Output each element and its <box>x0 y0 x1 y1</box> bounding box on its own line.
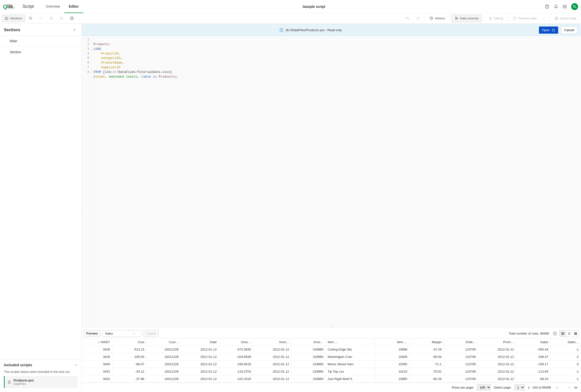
bell-icon[interactable] <box>554 4 558 9</box>
table-cell: -3 <box>550 361 581 368</box>
history-button[interactable]: History <box>427 15 448 22</box>
section-item-main[interactable]: Main <box>0 36 81 47</box>
toolbar-help-button[interactable] <box>67 15 77 22</box>
cancel-button[interactable]: Cancel <box>561 26 577 34</box>
view-grid[interactable] <box>572 331 579 337</box>
svg-marker-37 <box>556 18 557 19</box>
view-table[interactable] <box>560 331 566 337</box>
debug-button[interactable]: Debug <box>486 15 506 22</box>
table-row[interactable]: 3428-513.15100122262012-01-12-573.383520… <box>82 346 581 353</box>
add-section-button[interactable]: + <box>72 27 78 33</box>
output-button[interactable]: Output <box>144 330 158 337</box>
banner-path: lib://DataFiles/Products.qvs - Read only <box>286 28 342 32</box>
svg-line-35 <box>491 19 492 19</box>
included-script-item[interactable]: Products.qvs DataFiles <box>4 376 78 388</box>
col-date[interactable]: Date <box>181 339 219 346</box>
col-prom[interactable]: Prom… <box>478 339 516 346</box>
outdent-button[interactable] <box>57 15 66 22</box>
data-sources-button[interactable]: Data sources <box>452 15 482 22</box>
editor-column: lib://DataFiles/Products.qvs - Read only… <box>82 23 581 392</box>
col-sales2[interactable]: Sales… <box>550 339 581 346</box>
header-right: TL <box>545 3 578 10</box>
col-item2[interactable]: Item … <box>375 339 410 346</box>
pager-prev[interactable]: ‹ <box>560 385 566 390</box>
tab-overview[interactable]: Overview <box>41 0 64 13</box>
table-row[interactable]: 3429-105.93100122262012-01-12-204.663820… <box>82 353 581 361</box>
code-editor[interactable]: 12345678 Products: LOAD ProductID, Categ… <box>82 36 581 327</box>
readonly-banner: lib://DataFiles/Products.qvs - Read only… <box>82 24 580 36</box>
table-cell: 10012226 <box>146 361 181 368</box>
rows-per-page-select[interactable]: 100 <box>477 385 491 391</box>
rows-per-page-label: Rows per page: <box>452 386 474 389</box>
table-cell: 2012-01-12 <box>478 375 516 383</box>
indent-button[interactable] <box>47 15 56 22</box>
table-cell: 10215 <box>375 368 410 375</box>
preview-data-button[interactable]: Preview data <box>510 15 539 22</box>
help-icon[interactable] <box>545 4 550 9</box>
table-cell: 2012-01-12 <box>478 361 516 368</box>
svg-point-13 <box>29 17 32 19</box>
apps-grid-icon[interactable] <box>562 4 567 9</box>
search-button[interactable] <box>26 15 36 22</box>
col-margin[interactable]: Margin <box>410 339 444 346</box>
svg-point-25 <box>456 17 456 18</box>
comment-icon <box>39 16 43 20</box>
toolbar: Sections History Data sources Debug Prev… <box>0 13 581 23</box>
tab-editor[interactable]: Editor <box>64 0 83 13</box>
chevron-down-icon <box>542 16 546 20</box>
col-invoi2[interactable]: Invoi… <box>291 339 326 346</box>
col-orde[interactable]: Orde… <box>444 339 478 346</box>
undo-button[interactable] <box>403 15 412 22</box>
data-table-wrap[interactable]: ↑a %KEY Cost Cust… Date Gros… Invoi… Inv… <box>82 338 581 383</box>
sidebar-resize-handle[interactable]: ⋮ <box>80 208 82 214</box>
preview-button[interactable]: Preview <box>84 330 100 337</box>
comment-button[interactable] <box>36 15 46 22</box>
col-cust[interactable]: Cust… <box>146 339 181 346</box>
svg-point-1 <box>547 7 547 7</box>
svg-rect-9 <box>564 7 565 8</box>
table-cell: 10012226 <box>146 346 181 353</box>
col-cost[interactable]: Cost <box>112 339 146 346</box>
table-cell: -196.47 <box>516 353 550 361</box>
export-data-button[interactable]: Export data <box>552 15 579 22</box>
table-row[interactable]: 3430-88.07100122262012-01-12-165.8016201… <box>82 361 581 368</box>
section-item-section[interactable]: Section <box>0 47 81 58</box>
pager-last[interactable]: ⏭ <box>573 385 578 390</box>
select-page-select[interactable]: 1 <box>514 385 525 391</box>
pager-next[interactable]: › <box>567 385 572 390</box>
table-cell: 10009 <box>375 353 410 361</box>
view-list[interactable] <box>566 331 572 337</box>
col-gros[interactable]: Gros… <box>219 339 253 346</box>
table-row[interactable]: 3432-37.98100122262012-01-12-102.3319201… <box>82 375 581 383</box>
indent-icon <box>50 16 53 20</box>
table-cell: 10696 <box>375 346 410 353</box>
table-cell: 3429 <box>82 353 112 361</box>
table-cell: Just Right Beef S <box>326 375 375 383</box>
sidebar-title: Sections <box>4 28 20 32</box>
col-invoi1[interactable]: Invoi… <box>253 339 291 346</box>
table-cell: 318960 <box>291 375 326 383</box>
included-header[interactable]: Included scripts <box>0 360 81 370</box>
table-cell: -102.3319 <box>219 375 253 383</box>
table-cell: -60.26 <box>410 375 444 383</box>
pager-first[interactable]: ⏮ <box>554 385 559 390</box>
redo-button[interactable] <box>414 15 423 22</box>
table-row[interactable]: 3431-43.12100122262012-01-12-118.3703201… <box>82 368 581 375</box>
table-select[interactable]: Sales <box>102 330 142 337</box>
avatar[interactable]: TL <box>571 3 578 10</box>
table-cell: 2012-01-12 <box>253 346 291 353</box>
col-item1[interactable]: Item … <box>326 339 375 346</box>
preview-data-dropdown[interactable] <box>540 15 548 22</box>
header-tabs: Overview Editor <box>41 0 83 13</box>
col-key[interactable]: ↑a %KEY <box>82 339 112 346</box>
svg-rect-2 <box>563 5 564 6</box>
sections-list: Main Section <box>0 35 81 58</box>
table-cell: 10012226 <box>146 353 181 361</box>
undo-icon <box>406 16 410 20</box>
pager-buttons: ⏮ ‹ › ⏭ <box>554 385 578 390</box>
sections-button[interactable]: Sections <box>2 15 25 22</box>
table-cell: -2 <box>550 353 581 361</box>
info-icon[interactable] <box>552 331 558 336</box>
open-button[interactable]: Open <box>539 26 558 34</box>
col-sales[interactable]: Sales <box>516 339 550 346</box>
